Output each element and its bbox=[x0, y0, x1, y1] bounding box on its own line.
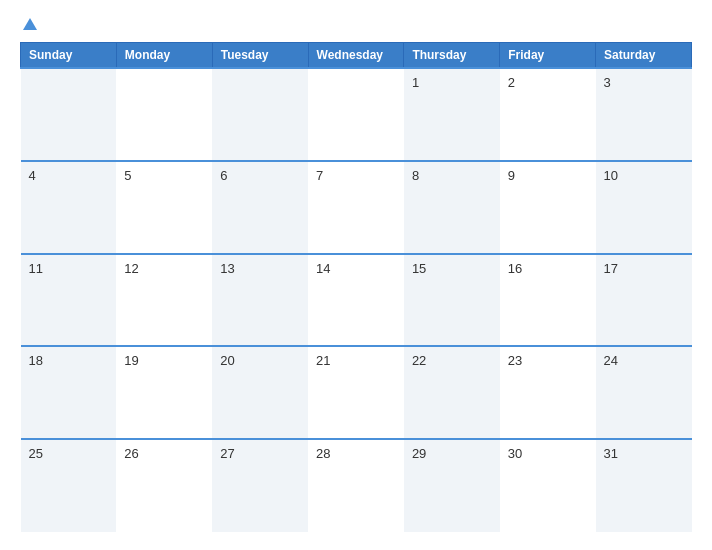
day-number: 23 bbox=[508, 353, 522, 368]
calendar-day-cell: 6 bbox=[212, 161, 308, 254]
day-number: 6 bbox=[220, 168, 227, 183]
calendar-day-cell: 11 bbox=[21, 254, 117, 347]
calendar-body: 1234567891011121314151617181920212223242… bbox=[21, 68, 692, 532]
calendar-day-cell: 4 bbox=[21, 161, 117, 254]
calendar-day-cell: 5 bbox=[116, 161, 212, 254]
day-number: 29 bbox=[412, 446, 426, 461]
day-number: 26 bbox=[124, 446, 138, 461]
day-number: 13 bbox=[220, 261, 234, 276]
day-number: 9 bbox=[508, 168, 515, 183]
day-of-week-header: Monday bbox=[116, 43, 212, 69]
calendar-page: SundayMondayTuesdayWednesdayThursdayFrid… bbox=[0, 0, 712, 550]
day-number: 20 bbox=[220, 353, 234, 368]
day-of-week-header: Tuesday bbox=[212, 43, 308, 69]
calendar-day-cell: 23 bbox=[500, 346, 596, 439]
calendar-week-row: 25262728293031 bbox=[21, 439, 692, 532]
calendar-day-cell: 15 bbox=[404, 254, 500, 347]
day-of-week-header: Thursday bbox=[404, 43, 500, 69]
calendar-day-cell: 1 bbox=[404, 68, 500, 161]
days-header: SundayMondayTuesdayWednesdayThursdayFrid… bbox=[21, 43, 692, 69]
day-number: 3 bbox=[604, 75, 611, 90]
calendar-day-cell: 13 bbox=[212, 254, 308, 347]
day-number: 8 bbox=[412, 168, 419, 183]
day-number: 7 bbox=[316, 168, 323, 183]
day-of-week-header: Wednesday bbox=[308, 43, 404, 69]
day-number: 27 bbox=[220, 446, 234, 461]
calendar-day-cell: 21 bbox=[308, 346, 404, 439]
day-number: 1 bbox=[412, 75, 419, 90]
calendar-day-cell bbox=[116, 68, 212, 161]
day-number: 15 bbox=[412, 261, 426, 276]
calendar-table: SundayMondayTuesdayWednesdayThursdayFrid… bbox=[20, 42, 692, 532]
calendar-day-cell bbox=[212, 68, 308, 161]
calendar-day-cell: 14 bbox=[308, 254, 404, 347]
day-number: 17 bbox=[604, 261, 618, 276]
calendar-day-cell: 25 bbox=[21, 439, 117, 532]
day-number: 25 bbox=[29, 446, 43, 461]
calendar-day-cell: 8 bbox=[404, 161, 500, 254]
calendar-day-cell: 12 bbox=[116, 254, 212, 347]
calendar-header-row: SundayMondayTuesdayWednesdayThursdayFrid… bbox=[21, 43, 692, 69]
day-number: 31 bbox=[604, 446, 618, 461]
day-number: 28 bbox=[316, 446, 330, 461]
day-number: 10 bbox=[604, 168, 618, 183]
day-of-week-header: Sunday bbox=[21, 43, 117, 69]
calendar-week-row: 18192021222324 bbox=[21, 346, 692, 439]
calendar-day-cell: 3 bbox=[596, 68, 692, 161]
logo bbox=[20, 18, 37, 32]
calendar-day-cell: 18 bbox=[21, 346, 117, 439]
calendar-day-cell: 17 bbox=[596, 254, 692, 347]
calendar-day-cell: 16 bbox=[500, 254, 596, 347]
day-number: 30 bbox=[508, 446, 522, 461]
logo-triangle-icon bbox=[23, 18, 37, 30]
day-number: 22 bbox=[412, 353, 426, 368]
calendar-day-cell: 27 bbox=[212, 439, 308, 532]
day-number: 14 bbox=[316, 261, 330, 276]
calendar-day-cell: 10 bbox=[596, 161, 692, 254]
calendar-day-cell: 26 bbox=[116, 439, 212, 532]
day-number: 18 bbox=[29, 353, 43, 368]
day-number: 2 bbox=[508, 75, 515, 90]
calendar-day-cell: 19 bbox=[116, 346, 212, 439]
day-of-week-header: Saturday bbox=[596, 43, 692, 69]
calendar-day-cell: 30 bbox=[500, 439, 596, 532]
day-number: 21 bbox=[316, 353, 330, 368]
day-number: 16 bbox=[508, 261, 522, 276]
calendar-day-cell: 31 bbox=[596, 439, 692, 532]
day-number: 12 bbox=[124, 261, 138, 276]
calendar-week-row: 11121314151617 bbox=[21, 254, 692, 347]
day-number: 4 bbox=[29, 168, 36, 183]
calendar-week-row: 123 bbox=[21, 68, 692, 161]
calendar-day-cell: 7 bbox=[308, 161, 404, 254]
calendar-day-cell: 22 bbox=[404, 346, 500, 439]
day-number: 24 bbox=[604, 353, 618, 368]
logo-row1 bbox=[20, 18, 37, 32]
day-number: 19 bbox=[124, 353, 138, 368]
calendar-header bbox=[20, 18, 692, 32]
calendar-day-cell: 29 bbox=[404, 439, 500, 532]
calendar-day-cell: 9 bbox=[500, 161, 596, 254]
calendar-day-cell: 24 bbox=[596, 346, 692, 439]
calendar-day-cell: 20 bbox=[212, 346, 308, 439]
calendar-week-row: 45678910 bbox=[21, 161, 692, 254]
day-number: 11 bbox=[29, 261, 43, 276]
calendar-day-cell: 2 bbox=[500, 68, 596, 161]
day-number: 5 bbox=[124, 168, 131, 183]
calendar-day-cell bbox=[308, 68, 404, 161]
logo-inner bbox=[20, 18, 37, 32]
calendar-day-cell bbox=[21, 68, 117, 161]
calendar-day-cell: 28 bbox=[308, 439, 404, 532]
day-of-week-header: Friday bbox=[500, 43, 596, 69]
